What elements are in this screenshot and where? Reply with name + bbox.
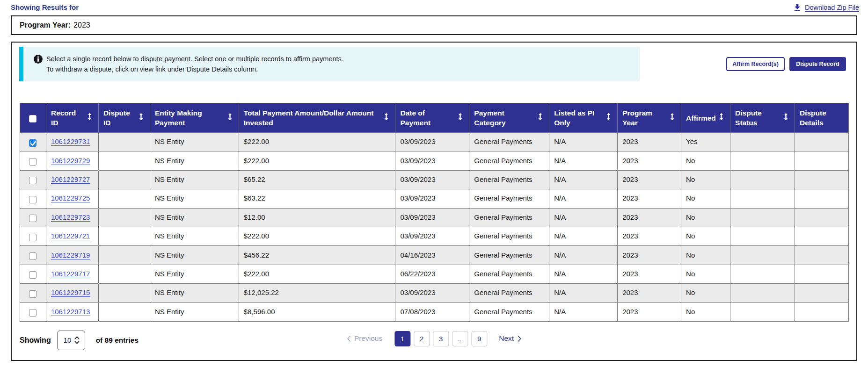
sort-icon[interactable] <box>719 113 723 123</box>
payments-table: RecordIDDisputeIDEntity MakingPaymentTot… <box>20 103 849 322</box>
cell-affirmed: No <box>681 170 730 189</box>
cell-date: 03/09/2023 <box>395 189 469 208</box>
cell-category: General Payments <box>469 246 549 265</box>
column-label: Entity MakingPayment <box>155 109 202 127</box>
sort-icon[interactable] <box>228 113 232 123</box>
column-header-category[interactable]: PaymentCategory <box>469 103 549 133</box>
download-zip-link[interactable]: Download Zip File <box>794 4 859 11</box>
column-header-listed-pi[interactable]: Listed as PIOnly <box>549 103 618 133</box>
sort-icon[interactable] <box>670 113 674 123</box>
page-button-3[interactable]: 3 <box>433 331 449 346</box>
cell-date: 03/09/2023 <box>395 133 469 151</box>
banner-line-1: Select a single record below to dispute … <box>46 54 343 64</box>
cell-listed-pi: N/A <box>549 284 618 302</box>
cell-category: General Payments <box>469 170 549 189</box>
cell-amount: $65.22 <box>239 170 395 189</box>
column-header-program-year[interactable]: ProgramYear <box>618 103 681 133</box>
cell-dispute-details <box>795 302 848 321</box>
pagination: Previous 123...9 Next <box>347 331 521 346</box>
record-id-link[interactable]: 1061229725 <box>51 194 90 202</box>
sort-icon[interactable] <box>606 113 611 123</box>
cell-amount: $222.00 <box>239 133 395 151</box>
record-id-link[interactable]: 1061229731 <box>51 137 90 145</box>
cell-amount: $63.22 <box>239 189 395 208</box>
cell-affirmed: No <box>681 302 730 321</box>
column-header-affirmed[interactable]: Affirmed <box>681 103 730 133</box>
cell-listed-pi: N/A <box>549 208 618 227</box>
page-button-2[interactable]: 2 <box>414 331 430 346</box>
cell-amount: $8,596.00 <box>239 302 395 321</box>
select-all-checkbox[interactable] <box>29 115 36 122</box>
row-select-checkbox[interactable] <box>29 139 36 147</box>
cell-entity: NS Entity <box>150 284 239 302</box>
cell-dispute-id <box>98 151 150 170</box>
cell-category: General Payments <box>469 302 549 321</box>
info-icon <box>34 55 43 65</box>
column-header-date[interactable]: Date ofPayment <box>395 103 469 133</box>
column-label: ProgramYear <box>622 109 652 127</box>
sort-icon[interactable] <box>538 113 542 123</box>
row-select-checkbox[interactable] <box>29 158 36 166</box>
cell-affirmed: No <box>681 208 730 227</box>
sort-icon[interactable] <box>784 113 788 123</box>
row-select-checkbox[interactable] <box>29 177 36 184</box>
cell-dispute-id <box>98 227 150 245</box>
page-ellipsis[interactable]: ... <box>452 331 468 346</box>
record-id-link[interactable]: 1061229721 <box>51 232 90 240</box>
cell-dispute-status <box>730 246 795 265</box>
cell-dispute-id <box>98 265 150 283</box>
row-select-checkbox[interactable] <box>29 215 36 222</box>
column-header-entity[interactable]: Entity MakingPayment <box>150 103 239 133</box>
column-header-record-id[interactable]: RecordID <box>46 103 98 133</box>
row-select-checkbox[interactable] <box>29 196 36 203</box>
cell-entity: NS Entity <box>150 246 239 265</box>
column-header-amount[interactable]: Total Payment Amount/Dollar AmountInvest… <box>239 103 395 133</box>
page-button-1[interactable]: 1 <box>394 331 410 346</box>
program-year-box: Program Year: 2023 <box>11 15 857 35</box>
row-select-checkbox[interactable] <box>29 234 36 241</box>
cell-date: 06/22/2023 <box>395 265 469 283</box>
record-id-link[interactable]: 1061229715 <box>51 288 90 296</box>
cell-affirmed: No <box>681 227 730 245</box>
cell-dispute-status <box>730 265 795 283</box>
record-id-link[interactable]: 1061229729 <box>51 157 90 165</box>
row-select-checkbox[interactable] <box>29 271 36 279</box>
previous-page-button[interactable]: Previous <box>347 334 382 343</box>
sort-icon[interactable] <box>458 113 462 123</box>
banner-line-2: To withdraw a dispute, click on view lin… <box>46 64 343 74</box>
sort-icon[interactable] <box>139 113 143 123</box>
table-row: 1061229723NS Entity$12.0003/09/2023Gener… <box>20 208 849 227</box>
page-title: Showing Results for <box>11 3 79 11</box>
record-id-link[interactable]: 1061229723 <box>51 213 90 221</box>
cell-entity: NS Entity <box>150 208 239 227</box>
row-select-checkbox[interactable] <box>29 252 36 260</box>
table-row: 1061229713NS Entity$8,596.0007/08/2023Ge… <box>20 302 849 321</box>
page-size-stepper[interactable]: 10 <box>57 331 85 350</box>
record-id-link[interactable]: 1061229719 <box>51 251 90 259</box>
dispute-record-button[interactable]: Dispute Record <box>789 57 846 71</box>
record-id-link[interactable]: 1061229717 <box>51 270 90 278</box>
cell-program-year: 2023 <box>618 208 681 227</box>
column-header-dispute-id[interactable]: DisputeID <box>98 103 150 133</box>
affirm-records-button[interactable]: Affirm Record(s) <box>726 57 785 71</box>
sort-icon[interactable] <box>88 113 92 123</box>
sort-icon[interactable] <box>384 113 388 123</box>
next-page-button[interactable]: Next <box>499 334 521 343</box>
results-panel: Select a single record below to dispute … <box>11 42 857 361</box>
cell-program-year: 2023 <box>618 227 681 245</box>
column-header-dispute-status[interactable]: DisputeStatus <box>730 103 795 133</box>
chevron-left-icon <box>347 336 350 342</box>
cell-date: 03/09/2023 <box>395 170 469 189</box>
record-id-link[interactable]: 1061229713 <box>51 308 90 316</box>
cell-date: 03/09/2023 <box>395 284 469 302</box>
cell-category: General Payments <box>469 189 549 208</box>
cell-category: General Payments <box>469 284 549 302</box>
column-label: DisputeDetails <box>800 109 826 127</box>
table-row: 1061229729NS Entity$222.0003/09/2023Gene… <box>20 151 849 170</box>
row-select-checkbox[interactable] <box>29 290 36 298</box>
page-button-9[interactable]: 9 <box>471 331 487 346</box>
cell-entity: NS Entity <box>150 133 239 151</box>
cell-dispute-id <box>98 133 150 151</box>
row-select-checkbox[interactable] <box>29 309 36 317</box>
record-id-link[interactable]: 1061229727 <box>51 175 90 183</box>
